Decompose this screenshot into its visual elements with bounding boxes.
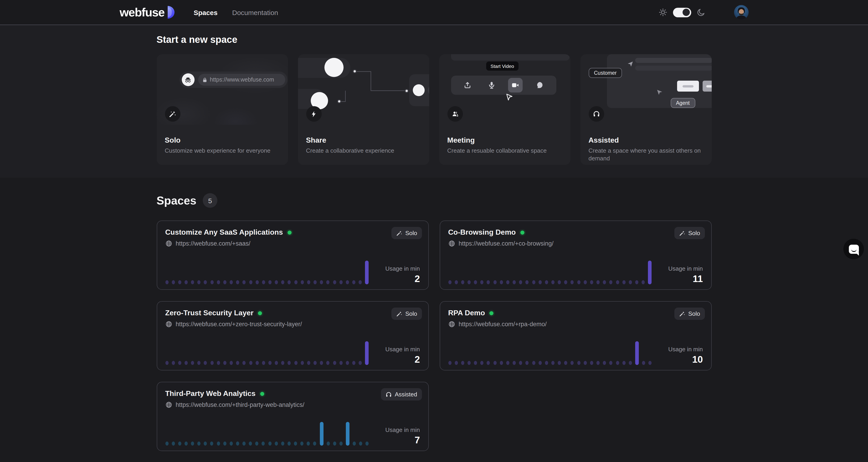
headphones-icon <box>386 391 392 398</box>
upload-icon <box>460 78 475 92</box>
usage-dot <box>236 280 239 284</box>
person-icon <box>447 106 463 122</box>
usage-dot <box>629 361 632 365</box>
usage-dot <box>313 361 317 365</box>
usage-sparkline <box>165 260 369 284</box>
usage-dot <box>185 361 188 365</box>
space-url: https://webfuse.com/+zero-trust-security… <box>176 321 302 328</box>
theme-toggle-knob <box>682 9 690 16</box>
usage-dot <box>191 441 194 445</box>
chat-launcher-button[interactable] <box>843 239 864 259</box>
agent-cursor-icon <box>656 89 663 96</box>
usage-dot <box>596 280 600 284</box>
online-status-dot <box>520 230 524 235</box>
usage-dot <box>603 361 606 365</box>
space-card-third-party-web-analytics[interactable]: Third-Party Web Analytics https://webfus… <box>156 382 429 451</box>
usage-dot <box>294 280 297 284</box>
online-status-dot <box>287 230 291 235</box>
usage-dot <box>448 361 451 365</box>
usage-dot <box>294 361 297 365</box>
usage-dot <box>236 441 239 445</box>
space-card-co-browsing-demo[interactable]: Co-Browsing Demo https://webfuse.com/+co… <box>439 220 712 290</box>
usage-dot <box>610 280 613 284</box>
space-url: https://webfuse.com/+co-browsing/ <box>459 240 553 247</box>
space-card-rpa-demo[interactable]: RPA Demo https://webfuse.com/+rpa-demo/ <box>439 301 712 370</box>
usage-sparkline <box>448 260 652 284</box>
usage-dot <box>223 280 226 284</box>
brand-logo[interactable]: webfuse <box>120 5 175 19</box>
usage-label: Usage in min <box>661 265 703 272</box>
space-title: Customize Any SaaS Applications <box>165 228 283 237</box>
space-title: Third-Party Web Analytics <box>165 390 256 398</box>
magic-wand-icon <box>679 310 685 317</box>
usage-dot <box>461 361 464 365</box>
usage-dot <box>352 361 355 365</box>
usage-sparkline <box>165 422 369 445</box>
usage-dot <box>487 280 490 284</box>
usage-dot <box>249 280 252 284</box>
sun-icon <box>658 8 667 17</box>
usage-dot <box>590 361 593 365</box>
usage-dot <box>596 361 600 365</box>
brand-crescent-icon <box>168 6 175 19</box>
user-avatar[interactable] <box>734 5 748 20</box>
usage-sparkline <box>448 341 652 365</box>
usage-dot <box>197 361 201 365</box>
space-url: https://webfuse.com/+rpa-demo/ <box>459 321 547 328</box>
usage-dot <box>320 280 323 284</box>
usage-dot <box>493 280 496 284</box>
usage-dot <box>301 280 304 284</box>
usage-dot <box>165 361 168 365</box>
usage-dot <box>236 361 239 365</box>
start-card-share[interactable]: https Share Create a collaborative exper… <box>298 54 429 165</box>
usage-dot <box>538 280 541 284</box>
start-card-solo[interactable]: https://www.webfuse.com Solo Cust <box>156 54 288 165</box>
usage-stats: Usage in min 11 <box>661 265 703 284</box>
spaces-section: Spaces 5 Customize Any SaaS Applications… <box>0 178 868 451</box>
space-card-zero-trust-security-layer[interactable]: Zero-Trust Security Layer https://webfus… <box>156 301 429 370</box>
usage-dot <box>571 361 574 365</box>
usage-dot <box>281 280 284 284</box>
customer-cursor-icon <box>627 61 633 67</box>
usage-dot <box>223 361 226 365</box>
space-card-customize-any-saas-applications[interactable]: Customize Any SaaS Applications https://… <box>156 220 429 290</box>
start-card-meeting[interactable]: Start Video <box>439 54 570 165</box>
cursor-icon <box>505 93 513 101</box>
usage-dot <box>333 441 336 445</box>
usage-dot <box>287 441 291 445</box>
usage-dot <box>532 280 535 284</box>
nav-link-spaces[interactable]: Spaces <box>194 8 218 16</box>
usage-dot <box>210 280 214 284</box>
start-card-description: Create a space where you assist others o… <box>588 147 704 162</box>
agent-label: Agent <box>671 98 695 108</box>
usage-spike-bar <box>648 260 652 284</box>
usage-dot <box>313 280 317 284</box>
start-card-title: Meeting <box>447 136 475 145</box>
start-video-tooltip: Start Video <box>486 62 519 71</box>
usage-dot <box>327 361 330 365</box>
start-section: Start a new space <box>0 25 868 178</box>
start-card-assisted[interactable]: Customer Agent Assisted <box>580 54 712 165</box>
usage-dot <box>307 361 310 365</box>
usage-dot <box>455 361 458 365</box>
theme-toggle[interactable] <box>673 7 691 17</box>
solo-url-text: https://www.webfuse.com <box>210 76 274 83</box>
usage-value: 2 <box>378 354 420 365</box>
space-type-badge: Solo <box>392 308 422 320</box>
usage-dot <box>307 441 310 445</box>
usage-dot <box>526 280 529 284</box>
usage-dot <box>455 280 458 284</box>
start-card-title: Share <box>306 136 326 145</box>
usage-label: Usage in min <box>378 427 420 433</box>
space-type-badge: Solo <box>675 308 705 320</box>
globe-icon <box>165 240 172 247</box>
usage-dot <box>327 441 330 445</box>
usage-dot <box>474 361 477 365</box>
usage-dot <box>313 441 316 445</box>
usage-dot <box>307 280 310 284</box>
start-card-title: Assisted <box>588 136 619 145</box>
usage-dot <box>262 441 265 445</box>
nav-link-documentation[interactable]: Documentation <box>232 8 278 16</box>
usage-dot <box>333 361 336 365</box>
microphone-icon <box>484 78 499 92</box>
